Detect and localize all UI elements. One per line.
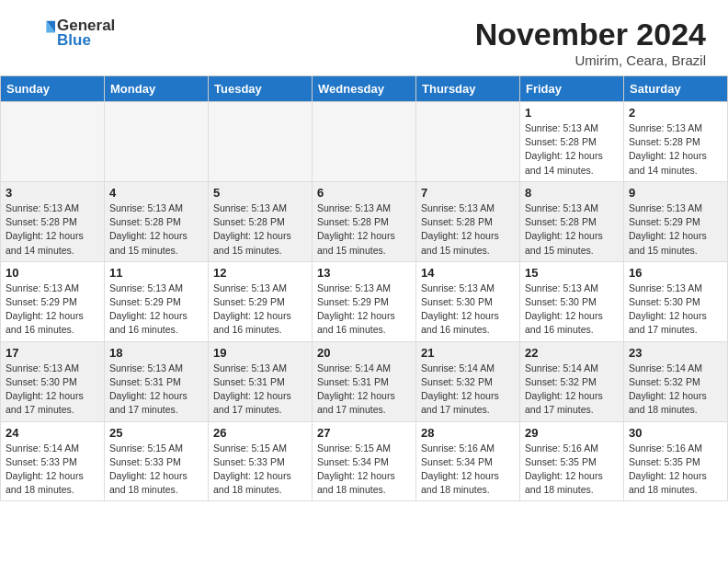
day-info: Sunrise: 5:13 AM Sunset: 5:30 PM Dayligh… <box>6 362 99 418</box>
calendar-day-cell: 26Sunrise: 5:15 AM Sunset: 5:33 PM Dayli… <box>209 421 313 501</box>
day-number: 5 <box>213 186 307 200</box>
day-number: 26 <box>213 426 307 440</box>
calendar-day-cell <box>209 102 313 182</box>
calendar-day-cell: 27Sunrise: 5:15 AM Sunset: 5:34 PM Dayli… <box>313 421 416 501</box>
calendar-day-cell: 5Sunrise: 5:13 AM Sunset: 5:28 PM Daylig… <box>209 181 313 261</box>
weekday-header-friday: Friday <box>520 76 624 102</box>
day-info: Sunrise: 5:13 AM Sunset: 5:30 PM Dayligh… <box>525 282 619 338</box>
calendar-day-cell <box>313 102 416 182</box>
calendar-day-cell: 7Sunrise: 5:13 AM Sunset: 5:28 PM Daylig… <box>416 181 520 261</box>
calendar-week-row: 10Sunrise: 5:13 AM Sunset: 5:29 PM Dayli… <box>1 261 728 341</box>
day-info: Sunrise: 5:15 AM Sunset: 5:34 PM Dayligh… <box>317 442 411 498</box>
day-info: Sunrise: 5:13 AM Sunset: 5:31 PM Dayligh… <box>213 362 307 418</box>
calendar-day-cell: 13Sunrise: 5:13 AM Sunset: 5:29 PM Dayli… <box>313 261 416 341</box>
day-number: 6 <box>317 186 411 200</box>
day-info: Sunrise: 5:14 AM Sunset: 5:32 PM Dayligh… <box>629 362 722 418</box>
day-info: Sunrise: 5:13 AM Sunset: 5:30 PM Dayligh… <box>421 282 515 338</box>
day-info: Sunrise: 5:14 AM Sunset: 5:33 PM Dayligh… <box>6 442 99 498</box>
calendar-day-cell: 21Sunrise: 5:14 AM Sunset: 5:32 PM Dayli… <box>416 341 520 421</box>
calendar-day-cell: 9Sunrise: 5:13 AM Sunset: 5:29 PM Daylig… <box>624 181 728 261</box>
day-info: Sunrise: 5:13 AM Sunset: 5:29 PM Dayligh… <box>317 282 411 338</box>
day-number: 22 <box>525 346 619 360</box>
day-info: Sunrise: 5:13 AM Sunset: 5:29 PM Dayligh… <box>629 201 722 258</box>
day-info: Sunrise: 5:14 AM Sunset: 5:32 PM Dayligh… <box>525 362 619 418</box>
day-number: 16 <box>629 266 722 280</box>
day-info: Sunrise: 5:15 AM Sunset: 5:33 PM Dayligh… <box>109 442 203 498</box>
day-number: 14 <box>421 266 515 280</box>
weekday-header-saturday: Saturday <box>624 76 728 102</box>
weekday-header-wednesday: Wednesday <box>313 76 416 102</box>
day-number: 24 <box>6 426 99 440</box>
day-number: 27 <box>317 426 411 440</box>
calendar-day-cell: 28Sunrise: 5:16 AM Sunset: 5:34 PM Dayli… <box>416 421 520 501</box>
day-number: 7 <box>421 186 515 200</box>
day-info: Sunrise: 5:14 AM Sunset: 5:31 PM Dayligh… <box>317 362 411 418</box>
calendar-week-row: 1Sunrise: 5:13 AM Sunset: 5:28 PM Daylig… <box>1 102 728 182</box>
day-number: 9 <box>629 186 722 200</box>
calendar-day-cell: 6Sunrise: 5:13 AM Sunset: 5:28 PM Daylig… <box>313 181 416 261</box>
calendar-day-cell: 12Sunrise: 5:13 AM Sunset: 5:29 PM Dayli… <box>209 261 313 341</box>
weekday-header-tuesday: Tuesday <box>209 76 313 102</box>
calendar-week-row: 17Sunrise: 5:13 AM Sunset: 5:30 PM Dayli… <box>1 341 728 421</box>
day-info: Sunrise: 5:14 AM Sunset: 5:32 PM Dayligh… <box>421 362 515 418</box>
calendar-day-cell <box>105 102 209 182</box>
calendar-day-cell: 10Sunrise: 5:13 AM Sunset: 5:29 PM Dayli… <box>1 261 105 341</box>
day-number: 21 <box>421 346 515 360</box>
day-number: 23 <box>629 346 722 360</box>
calendar-day-cell: 25Sunrise: 5:15 AM Sunset: 5:33 PM Dayli… <box>105 421 209 501</box>
day-number: 17 <box>6 346 99 360</box>
day-info: Sunrise: 5:13 AM Sunset: 5:29 PM Dayligh… <box>6 282 99 338</box>
calendar-day-cell: 22Sunrise: 5:14 AM Sunset: 5:32 PM Dayli… <box>520 341 624 421</box>
calendar-day-cell: 17Sunrise: 5:13 AM Sunset: 5:30 PM Dayli… <box>1 341 105 421</box>
day-number: 1 <box>525 106 619 120</box>
day-info: Sunrise: 5:13 AM Sunset: 5:28 PM Dayligh… <box>317 201 411 258</box>
calendar-day-cell: 11Sunrise: 5:13 AM Sunset: 5:29 PM Dayli… <box>105 261 209 341</box>
day-number: 19 <box>213 346 307 360</box>
calendar-day-cell: 15Sunrise: 5:13 AM Sunset: 5:30 PM Dayli… <box>520 261 624 341</box>
day-info: Sunrise: 5:13 AM Sunset: 5:28 PM Dayligh… <box>213 201 307 258</box>
day-info: Sunrise: 5:13 AM Sunset: 5:29 PM Dayligh… <box>213 282 307 338</box>
day-number: 11 <box>109 266 203 280</box>
day-info: Sunrise: 5:13 AM Sunset: 5:28 PM Dayligh… <box>421 201 515 258</box>
logo: General Blue <box>22 17 115 51</box>
calendar-day-cell: 2Sunrise: 5:13 AM Sunset: 5:28 PM Daylig… <box>624 102 728 182</box>
day-info: Sunrise: 5:13 AM Sunset: 5:31 PM Dayligh… <box>109 362 203 418</box>
logo-icon <box>26 17 55 46</box>
day-number: 12 <box>213 266 307 280</box>
day-number: 30 <box>629 426 722 440</box>
day-number: 25 <box>109 426 203 440</box>
day-number: 10 <box>6 266 99 280</box>
calendar-day-cell: 16Sunrise: 5:13 AM Sunset: 5:30 PM Dayli… <box>624 261 728 341</box>
day-info: Sunrise: 5:13 AM Sunset: 5:30 PM Dayligh… <box>629 282 722 338</box>
day-number: 20 <box>317 346 411 360</box>
calendar-day-cell: 3Sunrise: 5:13 AM Sunset: 5:28 PM Daylig… <box>1 181 105 261</box>
calendar-day-cell: 29Sunrise: 5:16 AM Sunset: 5:35 PM Dayli… <box>520 421 624 501</box>
calendar-week-row: 3Sunrise: 5:13 AM Sunset: 5:28 PM Daylig… <box>1 181 728 261</box>
weekday-header-monday: Monday <box>105 76 209 102</box>
day-info: Sunrise: 5:13 AM Sunset: 5:28 PM Dayligh… <box>6 201 99 258</box>
day-number: 15 <box>525 266 619 280</box>
weekday-header-sunday: Sunday <box>1 76 105 102</box>
calendar-day-cell: 19Sunrise: 5:13 AM Sunset: 5:31 PM Dayli… <box>209 341 313 421</box>
day-number: 2 <box>629 106 722 120</box>
day-number: 29 <box>525 426 619 440</box>
page-header: General Blue November 2024 Umirim, Ceara… <box>0 0 728 75</box>
calendar-day-cell: 24Sunrise: 5:14 AM Sunset: 5:33 PM Dayli… <box>1 421 105 501</box>
title-block: November 2024 Umirim, Ceara, Brazil <box>475 17 706 68</box>
calendar-day-cell: 23Sunrise: 5:14 AM Sunset: 5:32 PM Dayli… <box>624 341 728 421</box>
day-info: Sunrise: 5:15 AM Sunset: 5:33 PM Dayligh… <box>213 442 307 498</box>
day-number: 4 <box>109 186 203 200</box>
calendar-day-cell: 8Sunrise: 5:13 AM Sunset: 5:28 PM Daylig… <box>520 181 624 261</box>
day-number: 18 <box>109 346 203 360</box>
calendar-day-cell: 30Sunrise: 5:16 AM Sunset: 5:35 PM Dayli… <box>624 421 728 501</box>
day-info: Sunrise: 5:13 AM Sunset: 5:28 PM Dayligh… <box>525 121 619 178</box>
day-number: 8 <box>525 186 619 200</box>
day-info: Sunrise: 5:13 AM Sunset: 5:28 PM Dayligh… <box>525 201 619 258</box>
calendar-table: SundayMondayTuesdayWednesdayThursdayFrid… <box>0 75 728 501</box>
day-info: Sunrise: 5:16 AM Sunset: 5:35 PM Dayligh… <box>629 442 722 498</box>
calendar-day-cell: 20Sunrise: 5:14 AM Sunset: 5:31 PM Dayli… <box>313 341 416 421</box>
day-info: Sunrise: 5:13 AM Sunset: 5:28 PM Dayligh… <box>629 121 722 178</box>
day-number: 13 <box>317 266 411 280</box>
day-info: Sunrise: 5:16 AM Sunset: 5:34 PM Dayligh… <box>421 442 515 498</box>
calendar-day-cell <box>1 102 105 182</box>
